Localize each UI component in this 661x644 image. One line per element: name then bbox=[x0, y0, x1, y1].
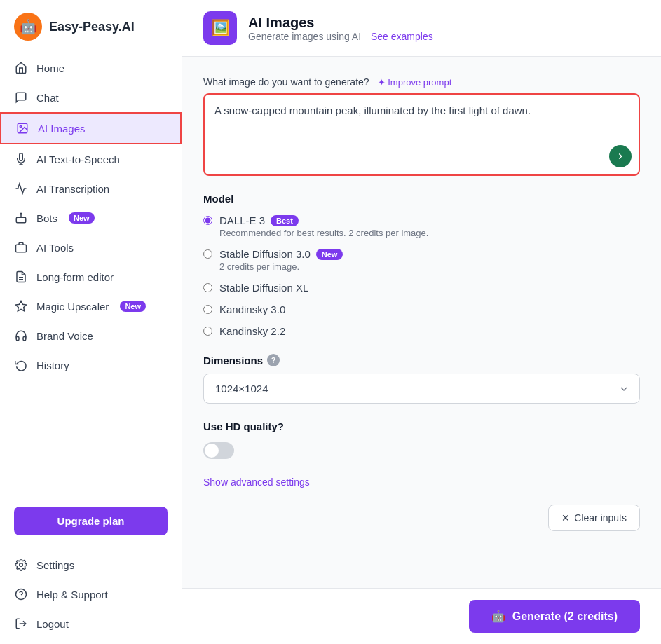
sidebar-label-logout: Logout bbox=[36, 618, 69, 630]
sidebar-label-settings: Settings bbox=[36, 559, 74, 571]
page-title: AI Images bbox=[248, 15, 433, 31]
sidebar-label-brand-voice: Brand Voice bbox=[36, 330, 93, 342]
svg-point-1 bbox=[20, 125, 21, 127]
clear-x-icon: ✕ bbox=[561, 512, 570, 523]
sidebar: 🤖 Easy-Peasy.AI Home Chat AI Images bbox=[0, 0, 182, 644]
sidebar-label-ai-tts: AI Text-to-Speech bbox=[36, 153, 120, 165]
page-subtitle: Generate images using AI See examples bbox=[248, 31, 433, 42]
sidebar-item-ai-transcription[interactable]: AI Transcription bbox=[0, 174, 182, 203]
wave-icon bbox=[14, 181, 28, 196]
svg-point-5 bbox=[20, 213, 22, 214]
chat-icon bbox=[14, 90, 28, 104]
sidebar-item-ai-images[interactable]: AI Images bbox=[0, 112, 182, 144]
dimensions-label: Dimensions ? bbox=[203, 354, 640, 366]
sidebar-label-ai-transcription: AI Transcription bbox=[36, 183, 109, 195]
sidebar-item-bots[interactable]: Bots New bbox=[0, 203, 182, 233]
gear-icon bbox=[14, 558, 28, 572]
mic-icon bbox=[14, 152, 28, 166]
model-radio-group: DALL-E 3 Best Recommended for best resul… bbox=[203, 214, 640, 337]
model-radio-kandinsky22[interactable] bbox=[203, 327, 212, 336]
sidebar-nav: Home Chat AI Images AI Text-to-Speech bbox=[0, 50, 182, 495]
sidebar-item-longform[interactable]: Long-form editor bbox=[0, 262, 182, 292]
sidebar-label-ai-tools: AI Tools bbox=[36, 242, 74, 254]
advanced-settings-link[interactable]: Show advanced settings bbox=[203, 477, 310, 488]
robot-icon bbox=[14, 211, 28, 225]
sidebar-label-bots: Bots bbox=[36, 212, 57, 224]
model-radio-sd30[interactable] bbox=[203, 249, 212, 259]
sidebar-label-history: History bbox=[36, 359, 69, 371]
model-option-kandinsky30[interactable]: Kandinsky 3.0 bbox=[203, 303, 640, 315]
logo: 🤖 Easy-Peasy.AI bbox=[0, 0, 182, 50]
logo-icon: 🤖 bbox=[14, 13, 42, 41]
svg-rect-6 bbox=[16, 245, 27, 252]
hd-label: Use HD quality? bbox=[203, 420, 640, 432]
model-radio-sdxl[interactable] bbox=[203, 283, 212, 292]
help-icon bbox=[14, 587, 28, 601]
model-sub-sd30: 2 credits per image. bbox=[219, 261, 343, 272]
dimensions-select[interactable]: 1024×1024 512×512 768×768 1024×1792 1792… bbox=[203, 374, 640, 404]
sidebar-item-home[interactable]: Home bbox=[0, 53, 182, 83]
sidebar-label-ai-images: AI Images bbox=[38, 123, 86, 135]
page-header-icon: 🖼️ bbox=[203, 11, 237, 45]
model-label-kandinsky22: Kandinsky 2.2 bbox=[219, 325, 285, 337]
see-examples-link[interactable]: See examples bbox=[371, 31, 433, 42]
model-radio-dalle3[interactable] bbox=[203, 216, 212, 225]
header-text: AI Images Generate images using AI See e… bbox=[248, 15, 433, 42]
svg-point-10 bbox=[20, 563, 23, 567]
sidebar-item-chat[interactable]: Chat bbox=[0, 83, 182, 112]
model-label-dalle3: DALL-E 3 Best bbox=[219, 214, 428, 226]
svg-marker-9 bbox=[16, 301, 27, 311]
model-label-kandinsky30: Kandinsky 3.0 bbox=[219, 303, 285, 315]
dimensions-help-icon[interactable]: ? bbox=[267, 354, 280, 366]
logo-text: Easy-Peasy.AI bbox=[49, 20, 135, 34]
hd-section: Use HD quality? bbox=[203, 420, 640, 459]
ai-images-icon bbox=[15, 121, 29, 135]
model-badge-best: Best bbox=[271, 215, 299, 226]
tools-icon bbox=[14, 240, 28, 254]
sidebar-item-settings[interactable]: Settings bbox=[0, 550, 182, 580]
prompt-textarea[interactable]: A snow-capped mountain peak, illuminated… bbox=[205, 95, 639, 172]
model-label-sdxl: Stable Diffusion XL bbox=[219, 282, 308, 294]
prompt-send-button[interactable] bbox=[609, 145, 632, 167]
model-option-sd30[interactable]: Stable Diffusion 3.0 New 2 credits per i… bbox=[203, 248, 640, 272]
model-label-sd30: Stable Diffusion 3.0 New bbox=[219, 248, 343, 260]
hd-toggle[interactable] bbox=[203, 442, 234, 459]
clear-inputs-button[interactable]: ✕ Clear inputs bbox=[548, 505, 640, 531]
sidebar-label-longform: Long-form editor bbox=[36, 271, 114, 283]
upgrade-plan-button[interactable]: Upgrade plan bbox=[14, 507, 168, 535]
sidebar-item-ai-tools[interactable]: AI Tools bbox=[0, 233, 182, 262]
actions-row: ✕ Clear inputs bbox=[203, 505, 640, 531]
model-option-kandinsky22[interactable]: Kandinsky 2.2 bbox=[203, 325, 640, 337]
bots-badge: New bbox=[69, 212, 95, 224]
voice-icon bbox=[14, 329, 28, 343]
sidebar-item-help-support[interactable]: Help & Support bbox=[0, 580, 182, 609]
history-icon bbox=[14, 358, 28, 372]
sidebar-label-chat: Chat bbox=[36, 92, 59, 104]
model-option-dalle3[interactable]: DALL-E 3 Best Recommended for best resul… bbox=[203, 214, 640, 238]
model-section-title: Model bbox=[203, 193, 640, 205]
generate-button[interactable]: 🤖 Generate (2 credits) bbox=[469, 600, 640, 633]
magic-icon bbox=[14, 299, 28, 313]
model-option-sdxl[interactable]: Stable Diffusion XL bbox=[203, 282, 640, 294]
svg-rect-4 bbox=[16, 217, 26, 223]
logout-icon bbox=[14, 617, 28, 631]
model-sub-dalle3: Recommended for best results. 2 credits … bbox=[219, 228, 428, 238]
sidebar-label-help-support: Help & Support bbox=[36, 589, 108, 601]
page-header: 🖼️ AI Images Generate images using AI Se… bbox=[182, 0, 661, 57]
sidebar-item-logout[interactable]: Logout bbox=[0, 609, 182, 638]
prompt-label: What image do you want to generate? ✦ Im… bbox=[203, 76, 640, 88]
upgrade-section: Upgrade plan bbox=[0, 495, 182, 547]
main-body: What image do you want to generate? ✦ Im… bbox=[182, 57, 661, 588]
home-icon bbox=[14, 61, 28, 75]
main-footer: 🤖 Generate (2 credits) bbox=[182, 588, 661, 644]
sidebar-item-magic-upscaler[interactable]: Magic Upscaler New bbox=[0, 292, 182, 321]
sidebar-label-home: Home bbox=[36, 62, 64, 74]
generate-icon: 🤖 bbox=[491, 610, 505, 623]
sidebar-item-ai-tts[interactable]: AI Text-to-Speech bbox=[0, 144, 182, 174]
improve-prompt-btn[interactable]: ✦ Improve prompt bbox=[378, 77, 452, 88]
main-content: 🖼️ AI Images Generate images using AI Se… bbox=[182, 0, 661, 644]
magic-upscaler-badge: New bbox=[120, 301, 146, 312]
sidebar-item-brand-voice[interactable]: Brand Voice bbox=[0, 321, 182, 350]
model-radio-kandinsky30[interactable] bbox=[203, 305, 212, 314]
sidebar-item-history[interactable]: History bbox=[0, 350, 182, 380]
